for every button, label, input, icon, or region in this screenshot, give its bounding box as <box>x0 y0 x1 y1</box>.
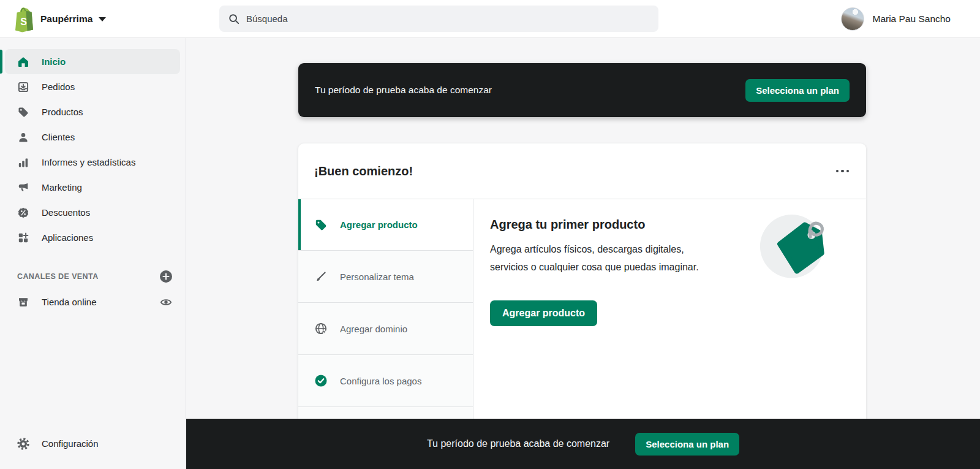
shopify-logo[interactable]: S <box>12 6 37 33</box>
trial-banner-message: Tu período de prueba acaba de comenzar <box>315 85 492 96</box>
trial-banner: Tu período de prueba acaba de comenzar S… <box>298 63 866 117</box>
search-input[interactable]: Búsqueda <box>219 6 658 32</box>
sidebar-item-pedidos[interactable]: Pedidos <box>5 74 180 99</box>
sidebar: Inicio Pedidos Productos Clientes <box>0 38 186 469</box>
sidebar-nav: Inicio Pedidos Productos Clientes <box>0 38 186 250</box>
step-agregar-dominio[interactable]: Agregar dominio <box>298 302 473 354</box>
store-name: Paupérrima <box>40 13 92 25</box>
check-circle-icon <box>314 374 328 387</box>
orders-icon <box>17 81 29 93</box>
sidebar-item-aplicaciones[interactable]: Aplicaciones <box>5 225 180 250</box>
bottom-bar-message: Tu período de prueba acaba de comenzar <box>427 438 609 449</box>
user-name: Maria Pau Sancho <box>872 13 951 25</box>
sidebar-item-clientes[interactable]: Clientes <box>5 124 180 150</box>
step-content: Agrega tu primer producto Agrega artícul… <box>473 199 866 424</box>
sales-channels-title: CANALES DE VENTA <box>17 272 99 281</box>
gear-icon <box>17 438 29 450</box>
user-menu[interactable]: Maria Pau Sancho <box>841 0 951 38</box>
sales-channels-header: CANALES DE VENTA <box>5 266 180 287</box>
active-accent-bar <box>0 50 2 74</box>
search-placeholder: Búsqueda <box>246 13 288 24</box>
analytics-icon <box>17 156 29 169</box>
sidebar-item-inicio[interactable]: Inicio <box>5 49 180 74</box>
price-tag-illustration <box>760 208 833 281</box>
bottom-trial-bar: Tu período de prueba acaba de comenzar S… <box>186 419 980 469</box>
avatar <box>841 7 864 31</box>
sidebar-item-descuentos[interactable]: Descuentos <box>5 200 180 225</box>
top-bar: S Paupérrima Búsqueda Maria Pau Sancho <box>0 0 980 38</box>
step-configura-pagos[interactable]: Configura los pagos <box>298 354 473 406</box>
sidebar-item-productos[interactable]: Productos <box>5 99 180 124</box>
tag-icon <box>314 218 328 232</box>
store-switcher[interactable]: Paupérrima <box>40 0 106 38</box>
customers-icon <box>17 131 29 143</box>
step-personalizar-tema[interactable]: Personalizar tema <box>298 250 473 302</box>
megaphone-icon <box>17 181 29 194</box>
main-content: Tu período de prueba acaba de comenzar S… <box>186 38 980 469</box>
add-channel-button[interactable] <box>159 270 173 283</box>
sidebar-item-configuracion[interactable]: Configuración <box>5 431 180 456</box>
apps-icon <box>17 232 29 244</box>
brush-icon <box>314 270 328 283</box>
setup-guide-card: ¡Buen comienzo! Agregar producto <box>298 143 866 424</box>
discount-icon <box>17 207 29 219</box>
tag-icon <box>17 106 29 118</box>
card-title: ¡Buen comienzo! <box>314 164 413 178</box>
bottom-select-plan-button[interactable]: Selecciona un plan <box>635 433 739 456</box>
eye-icon[interactable] <box>159 296 173 309</box>
globe-icon <box>314 322 328 335</box>
svg-text:S: S <box>20 17 27 27</box>
step-agregar-producto[interactable]: Agregar producto <box>298 199 473 250</box>
sidebar-item-marketing[interactable]: Marketing <box>5 175 180 200</box>
storefront-icon <box>17 296 29 308</box>
card-menu-button[interactable] <box>835 166 851 177</box>
search-icon <box>228 13 240 25</box>
card-body: Agregar producto Personalizar tema <box>298 199 866 424</box>
select-plan-button[interactable]: Selecciona un plan <box>745 79 850 102</box>
card-header: ¡Buen comienzo! <box>298 143 866 199</box>
sidebar-item-tienda-online[interactable]: Tienda online <box>5 289 180 315</box>
content-body: Agrega artículos físicos, descargas digi… <box>490 240 712 276</box>
home-icon <box>17 56 29 68</box>
chevron-down-icon <box>99 17 106 21</box>
sidebar-item-informes[interactable]: Informes y estadísticas <box>5 150 180 175</box>
setup-steps: Agregar producto Personalizar tema <box>298 199 473 424</box>
add-product-button[interactable]: Agregar producto <box>490 300 597 326</box>
